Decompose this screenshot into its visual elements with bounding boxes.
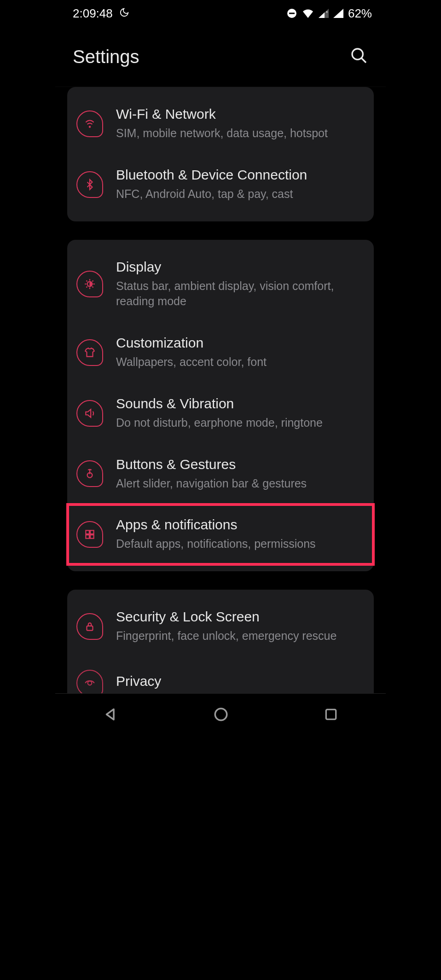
dnd-icon [286,8,297,19]
svg-rect-10 [86,535,89,539]
svg-point-13 [88,681,92,685]
row-subtitle: Status bar, ambient display, vision comf… [116,278,362,310]
bluetooth-icon [76,171,103,198]
signal-1-icon: x [319,9,329,18]
svg-rect-12 [87,626,93,631]
row-title: Security & Lock Screen [116,609,362,625]
row-bluetooth[interactable]: Bluetooth & Device Connection NFC, Andro… [67,154,374,215]
svg-rect-1 [289,13,295,14]
row-title: Apps & notifications [116,517,362,533]
row-privacy[interactable]: Privacy [67,657,374,693]
wifi-status-icon [302,9,314,18]
nav-back-button[interactable] [103,707,118,722]
row-customization[interactable]: Customization Wallpapers, accent color, … [67,322,374,383]
row-subtitle: Wallpapers, accent color, font [116,354,362,370]
touch-icon [76,460,103,487]
row-display[interactable]: Display Status bar, ambient display, vis… [67,246,374,323]
row-subtitle: Default apps, notifications, permissions [116,536,362,552]
svg-rect-15 [326,709,336,719]
display-icon [76,271,103,297]
row-title: Privacy [116,673,362,689]
recent-square-icon [324,707,338,722]
signal-2-icon [333,9,343,18]
home-circle-icon [213,707,229,722]
nav-recent-button[interactable] [324,707,338,722]
speaker-icon [76,400,103,427]
row-gestures[interactable]: Buttons & Gestures Alert slider, navigat… [67,444,374,504]
search-button[interactable] [350,46,368,67]
row-subtitle: SIM, mobile network, data usage, hotspot [116,126,362,141]
row-subtitle: Alert slider, navigation bar & gestures [116,476,362,492]
apps-grid-icon [76,521,103,548]
search-icon [350,46,368,65]
row-title: Display [116,259,362,275]
row-title: Customization [116,335,362,351]
privacy-icon [76,670,103,693]
svg-text:x: x [326,10,328,14]
settings-group: Display Status bar, ambient display, vis… [67,240,374,572]
navigation-bar [55,693,386,735]
svg-point-5 [89,126,90,128]
svg-rect-8 [86,530,89,534]
svg-point-14 [215,708,227,720]
lock-icon [76,613,103,640]
svg-point-3 [352,49,363,59]
svg-rect-9 [90,530,94,534]
row-subtitle: Fingerprint, face unlock, emergency resc… [116,628,362,644]
wifi-icon [76,110,103,137]
row-wifi-network[interactable]: Wi-Fi & Network SIM, mobile network, dat… [67,93,374,154]
nav-home-button[interactable] [213,707,229,722]
svg-line-4 [361,58,366,63]
shirt-icon [76,339,103,366]
row-apps-notifications[interactable]: Apps & notifications Default apps, notif… [67,504,374,565]
settings-group: Wi-Fi & Network SIM, mobile network, dat… [67,87,374,221]
svg-rect-11 [90,535,94,539]
row-subtitle: Do not disturb, earphone mode, ringtone [116,415,362,431]
settings-group: Security & Lock Screen Fingerprint, face… [67,590,374,693]
row-title: Buttons & Gestures [116,457,362,472]
back-triangle-icon [103,707,118,722]
dnd-moon-icon [119,6,129,21]
row-subtitle: NFC, Android Auto, tap & pay, cast [116,186,362,202]
status-bar: 2:09:48 x 62% [55,0,386,27]
row-title: Wi-Fi & Network [116,106,362,122]
settings-list[interactable]: Wi-Fi & Network SIM, mobile network, dat… [55,87,386,693]
status-time: 2:09:48 [73,6,113,21]
row-title: Bluetooth & Device Connection [116,167,362,183]
row-title: Sounds & Vibration [116,396,362,412]
battery-text: 62% [348,6,372,21]
settings-header: Settings [55,27,386,87]
row-sounds[interactable]: Sounds & Vibration Do not disturb, earph… [67,383,374,444]
page-title: Settings [73,46,139,67]
row-security[interactable]: Security & Lock Screen Fingerprint, face… [67,596,374,657]
